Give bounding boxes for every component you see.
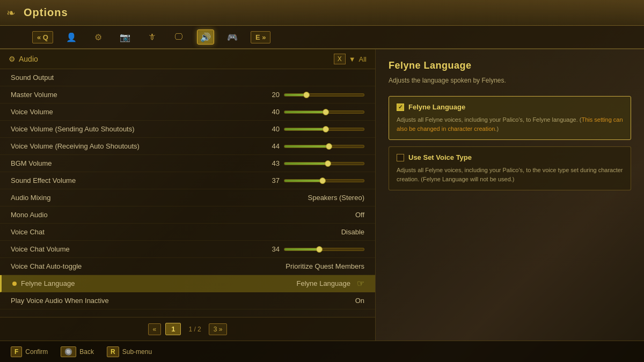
cursor-icon: ☞ (357, 278, 364, 289)
voice-volume-slider[interactable] (284, 110, 364, 114)
control-confirm: F Confirm (11, 346, 48, 357)
detail-option-header-voice-type: Use Set Voice Type (397, 153, 623, 161)
filter-icon: ▼ (349, 55, 356, 63)
tab-display[interactable]: 🖵 (170, 29, 187, 45)
setting-value-voice-chat: Disable (341, 228, 364, 236)
setting-value-voice-volume: 40 (268, 108, 364, 116)
setting-value-voice-volume-receiving: 44 (268, 142, 364, 150)
submenu-key: R (107, 346, 119, 357)
voice-chat-volume-slider[interactable] (284, 248, 364, 251)
setting-value-sfx-volume: 37 (268, 176, 364, 184)
confirm-label: Confirm (25, 348, 48, 356)
tab-next-button[interactable]: E » (251, 31, 271, 43)
page-prev-btn[interactable]: « (148, 323, 162, 335)
setting-name-sound-output: Sound Output (11, 73, 150, 82)
page-next-btn[interactable]: 3 » (209, 323, 228, 335)
filter-box: X ▼ All (334, 54, 367, 64)
setting-value-master-volume: 20 (268, 91, 364, 99)
submenu-label: Sub-menu (122, 348, 152, 356)
top-bar: ❧ Options (0, 0, 644, 26)
setting-value-felyne-language: Felyne Language ☞ (297, 278, 364, 289)
setting-name-bgm-volume: BGM Volume (11, 159, 150, 167)
setting-row-sfx-volume[interactable]: Sound Effect Volume 37 (0, 172, 375, 189)
confirm-key: F (11, 346, 22, 357)
setting-value-voice-volume-sending: 40 (268, 125, 364, 133)
filter-clear-button[interactable]: X (334, 54, 346, 64)
setting-row-audio-mixing[interactable]: Audio Mixing Speakers (Stereo) (0, 189, 375, 206)
setting-name-voice-volume-receiving: Voice Volume (Receiving Auto Shoutouts) (11, 142, 150, 150)
menu-icon: ❧ (6, 6, 16, 19)
checkbox-felyne-language[interactable] (397, 104, 404, 111)
setting-row-voice-chat-auto[interactable]: Voice Chat Auto-toggle Prioritize Quest … (0, 258, 375, 275)
page-current[interactable]: 1 (165, 323, 181, 335)
detail-option-name-felyne: Felyne Language (408, 103, 465, 111)
page-info: 1 / 2 (185, 326, 204, 333)
tab-camera[interactable]: 📷 (116, 29, 134, 45)
master-volume-slider[interactable] (284, 93, 364, 97)
setting-row-master-volume[interactable]: Master Volume 20 (0, 86, 375, 104)
setting-name-master-volume: Master Volume (11, 91, 150, 99)
setting-value-voice-chat-volume: 34 (268, 245, 364, 253)
setting-row-felyne-language[interactable]: Felyne Language Felyne Language ☞ (0, 275, 375, 292)
setting-name-play-voice-inactive: Play Voice Audio When Inactive (11, 297, 150, 305)
setting-name-felyne-language: Felyne Language (21, 279, 160, 287)
active-indicator (12, 282, 17, 286)
content-area: ⚙ Audio X ▼ All Sound Output Master Volu (0, 49, 644, 341)
setting-row-voice-volume-sending[interactable]: Voice Volume (Sending Auto Shoutouts) 40 (0, 121, 375, 138)
detail-option-text-voice-type: Adjusts all Felyne voices, including you… (397, 166, 623, 183)
sfx-volume-slider[interactable] (284, 179, 364, 182)
page-title: Options (24, 6, 68, 19)
setting-value-play-voice-inactive: On (355, 297, 364, 305)
setting-value-voice-chat-auto: Prioritize Quest Members (286, 262, 364, 270)
setting-name-sfx-volume: Sound Effect Volume (11, 176, 150, 184)
voice-volume-sending-slider[interactable] (284, 128, 364, 131)
panel-header: ⚙ Audio X ▼ All (0, 49, 375, 69)
control-submenu: R Sub-menu (107, 346, 152, 357)
detail-option-header-felyne: Felyne Language (397, 103, 623, 111)
detail-option-voice-type[interactable]: Use Set Voice Type Adjusts all Felyne vo… (389, 146, 631, 190)
filter-label: All (359, 55, 367, 63)
tab-gameplay[interactable]: ⚙ (90, 29, 107, 45)
highlight-text-felyne: This setting can also be changed in char… (397, 116, 623, 132)
tab-audio[interactable]: 🔊 (197, 29, 214, 45)
audio-icon: ⚙ (9, 55, 16, 63)
left-panel: ⚙ Audio X ▼ All Sound Output Master Volu (0, 49, 376, 341)
corner-decoration: ❧ (0, 0, 21, 26)
setting-name-mono-audio: Mono Audio (11, 211, 150, 219)
tab-character[interactable]: 👤 (63, 29, 80, 45)
section-label: ⚙ Audio (9, 55, 38, 63)
settings-list: Sound Output Master Volume 20 (0, 69, 375, 317)
checkbox-voice-type[interactable] (397, 154, 404, 161)
detail-option-name-voice-type: Use Set Voice Type (408, 153, 472, 161)
setting-name-voice-volume: Voice Volume (11, 108, 150, 116)
tab-bar: « Q 👤 ⚙ 📷 🗡 🖵 🔊 🎮 E » (0, 26, 644, 49)
right-panel: Felyne Language Adjusts the language spo… (376, 49, 644, 341)
setting-value-mono-audio: Off (355, 211, 364, 219)
pagination: « 1 1 / 2 3 » (0, 317, 375, 341)
setting-row-voice-volume[interactable]: Voice Volume 40 (0, 104, 375, 121)
tab-network[interactable]: 🎮 (224, 29, 241, 45)
setting-name-voice-chat: Voice Chat (11, 228, 150, 236)
detail-title: Felyne Language (389, 60, 631, 71)
detail-description: Adjusts the language spoken by Felynes. (389, 76, 631, 85)
setting-row-bgm-volume[interactable]: BGM Volume 43 (0, 155, 375, 172)
setting-row-sound-output[interactable]: Sound Output (0, 69, 375, 86)
tab-controls[interactable]: 🗡 (143, 29, 160, 45)
setting-value-bgm-volume: 43 (268, 159, 364, 167)
setting-name-audio-mixing: Audio Mixing (11, 194, 150, 202)
detail-option-felyne-language[interactable]: Felyne Language Adjusts all Felyne voice… (389, 96, 631, 140)
setting-row-play-voice-inactive[interactable]: Play Voice Audio When Inactive On (0, 292, 375, 309)
setting-value-audio-mixing: Speakers (Stereo) (308, 194, 365, 202)
back-label: Back (79, 348, 94, 356)
bgm-volume-slider[interactable] (284, 162, 364, 165)
setting-row-voice-chat[interactable]: Voice Chat Disable (0, 224, 375, 241)
voice-volume-receiving-slider[interactable] (284, 145, 364, 148)
setting-row-voice-volume-receiving[interactable]: Voice Volume (Receiving Auto Shoutouts) … (0, 138, 375, 155)
control-back: 🔘 Back (61, 346, 94, 357)
setting-name-voice-chat-auto: Voice Chat Auto-toggle (11, 262, 150, 270)
bottom-bar: F Confirm 🔘 Back R Sub-menu (0, 341, 644, 362)
setting-row-mono-audio[interactable]: Mono Audio Off (0, 206, 375, 224)
setting-name-voice-volume-sending: Voice Volume (Sending Auto Shoutouts) (11, 125, 150, 133)
tab-prev-button[interactable]: « Q (32, 31, 53, 43)
setting-row-voice-chat-volume[interactable]: Voice Chat Volume 34 (0, 241, 375, 258)
